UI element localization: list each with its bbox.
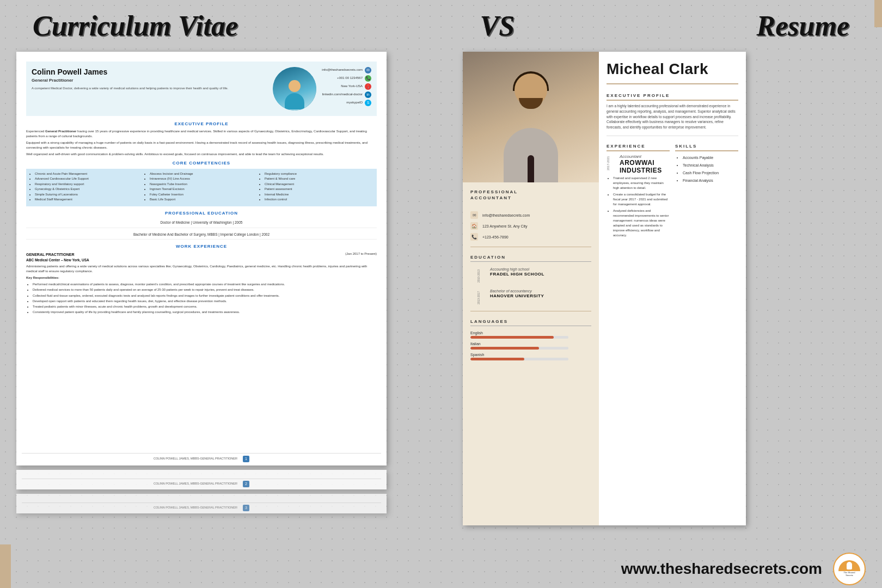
- cv-contact-linkedin: linkedin.com/medical-doctor in: [322, 91, 371, 98]
- email-icon: ✉: [365, 67, 371, 74]
- cv-header: Colinn Powell James General Practitioner…: [26, 62, 377, 116]
- cv-exec-profile-1: Experienced General Practitioner having …: [26, 129, 377, 138]
- resume-right-exec-title: EXECUTIVE PROFILE: [607, 93, 738, 101]
- cv-skype-text: myskypeID: [346, 101, 363, 105]
- resume-edu-label: EDUCATION: [470, 255, 591, 262]
- resume-two-col: EXPERIENCE 2017-2021 Accountant AROWWAI …: [607, 139, 738, 517]
- vs-label: VS: [480, 10, 515, 42]
- resume-page: PROFESSIONAL ACCOUNTANT ✉ info@theshared…: [463, 52, 746, 525]
- resume-section: PROFESSIONAL ACCOUNTANT ✉ info@theshared…: [463, 52, 746, 585]
- exp-company: AROWWAI INDUSTRIES: [620, 159, 670, 174]
- cv-footer-name-3: COLINN POWELL JAMES, MBBS-GENERAL PRACTI…: [154, 506, 237, 510]
- resume-right-divider-2: [607, 136, 738, 136]
- cv-work-header: GENERAL PRACTITIONER (Jan 2017 to Presen…: [26, 252, 377, 257]
- skill-item-1: Accounts Payable: [683, 154, 738, 162]
- work-bullet: Delivered medical services to more than …: [33, 287, 377, 292]
- skill-item-3: Cash Flow Projection: [683, 169, 738, 177]
- location-icon: 📍: [365, 83, 371, 90]
- resume-phone-text: +123-456-7890: [482, 235, 509, 239]
- resume-right-divider-1: [607, 83, 738, 84]
- comp-item: Patient & Wound care: [265, 177, 373, 181]
- cv-avatar: [273, 67, 316, 111]
- cv-avatar-figure: [273, 67, 316, 111]
- skill-item-2: Technical Analysis: [683, 162, 738, 169]
- exp-bullet: Create a consolidated budget for the fis…: [613, 192, 670, 207]
- resume-right: Micheal Clark EXECUTIVE PROFILE I am a h…: [599, 52, 746, 525]
- comp-item: Foley Catheter Insertion: [150, 193, 259, 197]
- cv-work-position: GENERAL PRACTITIONER: [26, 252, 75, 257]
- logo-text: The SharedSecrets: [843, 571, 856, 578]
- cv-edu-2: Bachelor of Medicine And Bachelor of Sur…: [26, 230, 377, 240]
- comp-item: Abscess Incision and Drainage: [150, 172, 259, 176]
- cv-exec-profile-2: Equipped with a strong capability of man…: [26, 140, 377, 150]
- exp-info: Accountant AROWWAI INDUSTRIES: [620, 154, 670, 174]
- skype-icon: S: [365, 100, 371, 106]
- email-icon: ✉: [470, 211, 478, 219]
- phone-icon: 📞: [365, 75, 371, 82]
- cv-comp-col-3: Regulatory compliance Patient & Wound ca…: [259, 172, 373, 203]
- lang-spanish-name: Spanish: [470, 353, 591, 357]
- cv-competencies-grid: Chronic and Acute Pain Management Advanc…: [26, 169, 377, 206]
- resume-right-name: Micheal Clark: [607, 60, 738, 78]
- cv-contact-email: info@thesharedsecrets.com ✉: [322, 67, 371, 74]
- vs-section: [397, 52, 452, 585]
- cv-exec-profile-3: Well organized and self-driven with good…: [26, 152, 377, 156]
- linkedin-icon: in: [365, 91, 371, 98]
- resume-person: [463, 52, 599, 182]
- resume-name-block: PROFESSIONAL ACCOUNTANT: [463, 182, 599, 205]
- exp-jobtitle: Accountant: [620, 154, 670, 159]
- cv-contact-phone: +001 00 1234567 📞: [322, 75, 371, 82]
- exp-bullet: Analyzed deficiencies and recommended im…: [613, 209, 670, 238]
- edu-year-text-1: 2010-2013: [477, 267, 480, 285]
- resume-col-experience: EXPERIENCE 2017-2021 Accountant AROWWAI …: [607, 139, 670, 517]
- comp-item: Infection control: [265, 198, 373, 202]
- edu-info-2: Bachelor of accountancy HANOVER UNIVERSI…: [490, 289, 591, 307]
- comp-item: Gynecology & Obstetrics Expert: [35, 187, 144, 192]
- phone-icon: 📞: [470, 233, 478, 241]
- comp-item: Simple Suturing of Lacerations: [35, 193, 144, 197]
- edu-name-1: FRADEL HIGH SCHOOL: [490, 272, 591, 277]
- resume-photo: [463, 52, 599, 182]
- resume-edu-entry-1: 2010-2013 Accounting high school FRADEL …: [463, 265, 599, 287]
- resume-left-bar: PROFESSIONAL ACCOUNTANT ✉ info@theshared…: [463, 52, 599, 525]
- comp-item: Clinical Management: [265, 182, 373, 187]
- lang-spanish-bar-bg: [470, 358, 568, 360]
- cv-competencies-title: CORE COMPETENCIES: [26, 161, 377, 166]
- resume-job-title-line1: PROFESSIONAL: [470, 189, 591, 195]
- edu-name-2: HANOVER UNIVERSITY: [490, 293, 591, 298]
- person-head: [514, 74, 547, 106]
- comp-item: Respiratory and Ventilatory support: [35, 182, 144, 187]
- lang-italian-bar-bg: [470, 347, 568, 350]
- person-tie: [528, 155, 534, 182]
- resume-contact-section: ✉ info@thesharedsecrets.com 🏠 123 Anywhe…: [463, 210, 599, 242]
- resume-profile-text: I am a highly talented accounting profes…: [607, 103, 738, 130]
- cv-job-title: General Practitioner: [32, 78, 267, 83]
- comp-item: Advanced Cardiovascular Life Support: [35, 177, 144, 181]
- main-content: Colinn Powell James General Practitioner…: [0, 52, 882, 585]
- cv-contact-location: New York-USA 📍: [322, 83, 371, 90]
- comp-item: Basic Life Support: [150, 198, 259, 202]
- edu-year-bar-1: 2010-2013: [470, 267, 487, 285]
- logo-figure: [847, 562, 852, 569]
- resume-exp-entry: 2017-2021 Accountant AROWWAI INDUSTRIES …: [607, 154, 670, 238]
- edu-type-1: Accounting high school: [490, 267, 591, 271]
- work-bullet: Performed medical/clinical examinations …: [33, 282, 377, 286]
- resume-divider-1: [470, 247, 591, 247]
- resume-lang-english: English: [463, 329, 599, 340]
- avatar-head: [289, 80, 301, 92]
- lang-english-bar-bg: [470, 336, 568, 339]
- cv-location-text: New York-USA: [341, 84, 363, 89]
- cv-footer-name: COLINN POWELL JAMES, MBBS-GENERAL PRACTI…: [154, 457, 237, 461]
- lang-spanish-bar-fill: [470, 358, 524, 360]
- comp-item: Patient assessment: [265, 187, 373, 192]
- cv-name: Colinn Powell James: [32, 67, 267, 77]
- cv-exec-profile-title: EXECUTIVE PROFILE: [26, 121, 377, 127]
- resume-edu-entry-2: 2013-2017 Bachelor of accountancy HANOVE…: [463, 287, 599, 309]
- comp-item: Chronic and Acute Pain Management: [35, 172, 144, 176]
- cv-contact-skype: myskypeID S: [322, 100, 371, 106]
- cv-page-2: COLINN POWELL JAMES, MBBS-GENERAL PRACTI…: [16, 470, 387, 489]
- cv-page-1: Colinn Powell James General Practitioner…: [16, 52, 387, 465]
- resume-contact-phone: 📞 +123-456-7890: [463, 231, 599, 242]
- cv-work-bullets: Performed medical/clinical examinations …: [26, 282, 377, 314]
- cv-footer-2: COLINN POWELL JAMES, MBBS-GENERAL PRACTI…: [22, 479, 381, 487]
